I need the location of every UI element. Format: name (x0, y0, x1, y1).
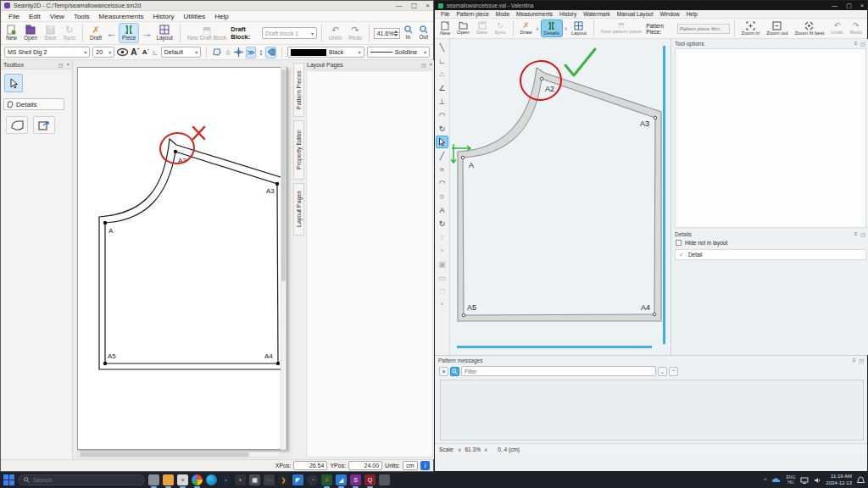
undo-button[interactable]: ↶ Undo (828, 21, 845, 36)
seamly2d-taskbar-icon[interactable]: ✗ (321, 474, 332, 485)
point-a2[interactable] (540, 77, 543, 80)
valentina-titlebar[interactable]: seamallowanceissue.val - Valentina — ▢ × (435, 1, 867, 10)
details-float-icon[interactable]: ◳ (860, 231, 865, 237)
line-type-select[interactable]: Solidline ▾ (367, 47, 430, 58)
scale-increase-icon[interactable]: ∧ (484, 446, 487, 452)
menu-utilities[interactable]: Utilities (179, 12, 209, 21)
font-decrease-icon[interactable]: A˙ (142, 48, 149, 56)
scale-decrease-icon[interactable]: ∨ (458, 446, 461, 452)
draft-mode-button[interactable]: ✗ Draft (87, 25, 104, 42)
move-tool[interactable]: + (436, 244, 448, 257)
vscode-icon[interactable]: ◢ (336, 474, 347, 485)
menu-history[interactable]: History (556, 11, 580, 17)
toolbox-close-icon[interactable]: × (66, 62, 70, 68)
pattern-messages-menu-icon[interactable]: ≡ (853, 358, 856, 363)
label-template-select[interactable]: Default▾ (161, 47, 201, 58)
remote-desktop-icon[interactable]: ▦ (249, 474, 260, 485)
details-mode-button[interactable]: Details (541, 19, 563, 38)
midpoint-tool[interactable]: ∴ (436, 68, 448, 80)
menu-tools[interactable]: Tools (70, 12, 94, 21)
piece-mode-button[interactable]: Piece (119, 23, 139, 42)
line-color-select[interactable]: Black ▾ (287, 47, 364, 58)
info-icon[interactable]: i (420, 461, 430, 470)
detail-list-row[interactable]: ✓ Detail (675, 249, 866, 260)
menu-watermark[interactable]: Watermark (580, 11, 614, 17)
label-rotate-icon[interactable]: ⊾ (152, 48, 159, 57)
draft-canvas[interactable]: A2 A3 A4 A5 A (73, 60, 293, 459)
new-pattern-piece-button[interactable]: ⬒ New pattern piece (598, 21, 644, 36)
new-button[interactable]: New (437, 20, 453, 37)
taskbar-search[interactable] (18, 474, 145, 485)
detail-check-icon[interactable]: ✓ (679, 252, 684, 258)
hide-not-in-layout-row[interactable]: Hide not in layout (676, 240, 727, 246)
expand-messages-button[interactable]: ⌄ (658, 367, 667, 376)
layout-mode-button[interactable]: Layout (153, 24, 175, 42)
mirror-line-tool-icon[interactable]: ↕ (259, 47, 263, 57)
notification-bell-icon[interactable] (857, 476, 865, 485)
piece-path-tool-icon[interactable] (212, 47, 222, 57)
flip-tool[interactable]: ↕ (436, 230, 448, 243)
union-tool[interactable]: ▭ (436, 271, 448, 284)
start-button[interactable] (3, 474, 14, 485)
minimize-button[interactable]: — (832, 3, 837, 8)
notepad-icon[interactable]: ≡ (177, 474, 188, 485)
curve-tool[interactable]: ◠ (436, 108, 448, 121)
tab-pattern-pieces[interactable]: Pattern Pieces (293, 63, 304, 117)
tool-options-menu-icon[interactable]: ≡ (854, 41, 858, 47)
pointer-tool[interactable] (436, 136, 448, 148)
pattern-page[interactable]: A2 A3 A4 A5 A (77, 67, 287, 450)
pattern-piece-tool-button[interactable] (6, 116, 28, 134)
angle-bisector-tool[interactable]: ∠ (436, 81, 448, 94)
point-a[interactable] (103, 221, 107, 225)
mail-icon[interactable]: ◤ (292, 474, 303, 485)
language-indicator[interactable]: ENGHU (786, 475, 795, 485)
canvas-horizontal-scroll-indicator[interactable] (457, 346, 652, 348)
zoom-fit-best-button[interactable]: Zoom fit best (793, 20, 827, 37)
point-a4[interactable] (276, 362, 280, 365)
zoom-out-button[interactable]: Zoom out (764, 20, 790, 37)
zoom-percent-spinner[interactable]: 41.6% (374, 28, 400, 39)
rotation-tool[interactable]: ↻ (436, 217, 448, 230)
filter-search-button[interactable] (450, 367, 459, 376)
draft-block-select[interactable]: Draft block 1▾ (262, 27, 317, 39)
point-a4[interactable] (653, 313, 656, 316)
text-tool[interactable]: A (436, 203, 448, 216)
hidden-icons-chevron[interactable]: ^ (764, 477, 766, 483)
draw-mode-button[interactable]: ✗ Draw (518, 21, 535, 36)
point-at-distance-tool[interactable]: ╲ (436, 41, 448, 53)
edge-icon[interactable] (206, 474, 217, 485)
group-tool[interactable]: ▣ (436, 258, 448, 270)
canvas-vertical-scrollbar[interactable] (281, 67, 287, 450)
point-a[interactable] (461, 156, 465, 159)
zoom-in-button[interactable]: In (402, 25, 415, 41)
pointer-tool-button[interactable] (4, 74, 23, 92)
font-increase-icon[interactable]: A˙ (131, 47, 140, 57)
close-button[interactable]: × (426, 2, 430, 9)
menu-file[interactable]: File (4, 12, 24, 21)
messages-filter-input[interactable] (461, 366, 656, 376)
canvas-horizontal-scrollbar[interactable] (77, 452, 281, 458)
font-size-select[interactable]: 20▾ (92, 47, 114, 58)
network-icon[interactable] (800, 477, 809, 484)
maximize-button[interactable]: ▢ (846, 3, 852, 9)
previous-mode-arrow-icon[interactable]: ← (106, 28, 117, 39)
point-a5[interactable] (462, 313, 465, 317)
layout-pages-float-icon[interactable]: ◳ (421, 62, 426, 68)
minimize-button[interactable]: — (396, 2, 403, 9)
redo-button[interactable]: ↷ Redo (346, 25, 364, 42)
point-a3[interactable] (654, 116, 657, 119)
point-a5[interactable] (103, 362, 107, 365)
zoom-in-button[interactable]: Zoom in (739, 20, 763, 37)
spline-tool[interactable]: ≈ (436, 163, 448, 175)
sync-button[interactable]: ↻ Sync (61, 25, 78, 42)
file-explorer-icon[interactable] (163, 474, 174, 485)
label-tag-tool-icon[interactable] (265, 47, 276, 58)
valentina-taskbar-icon[interactable]: Q (364, 474, 376, 485)
valentina-canvas[interactable]: A2 A3 A4 A5 A (450, 39, 670, 355)
previous-mode-chevron-icon[interactable]: ‹ (537, 25, 539, 33)
details-menu-icon[interactable]: ≡ (854, 231, 858, 237)
hide-not-in-layout-checkbox[interactable] (676, 240, 682, 246)
steam-icon[interactable]: ◦ (220, 474, 231, 485)
point-a3[interactable] (275, 182, 279, 186)
open-button[interactable]: Open (454, 20, 472, 36)
